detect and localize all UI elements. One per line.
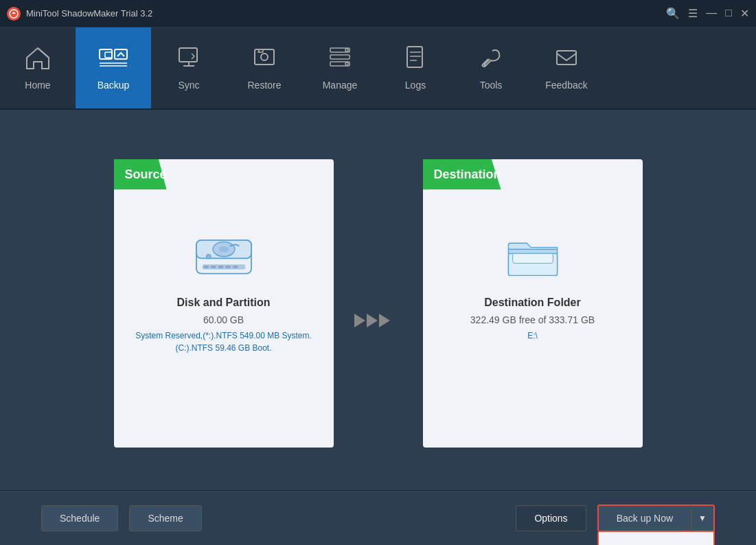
svg-rect-3 bbox=[115, 49, 127, 59]
nav-item-home[interactable]: Home bbox=[0, 27, 76, 108]
schedule-button[interactable]: Schedule bbox=[41, 505, 118, 531]
minimize-icon[interactable]: — bbox=[706, 7, 717, 20]
destination-card-header: Destination bbox=[423, 159, 501, 189]
home-icon bbox=[24, 45, 51, 74]
backup-dropdown-button[interactable]: ▼ bbox=[691, 505, 715, 532]
source-card-description: System Reserved,(*:).NTFS 549.00 MB Syst… bbox=[128, 329, 320, 354]
nav-item-logs[interactable]: Logs bbox=[378, 27, 453, 108]
source-card-header: Source bbox=[114, 159, 167, 189]
destination-free-space: 322.49 GB free of 333.71 GB bbox=[470, 314, 595, 325]
destination-header-text: Destination bbox=[434, 167, 501, 182]
svg-rect-22 bbox=[211, 266, 216, 268]
bottom-toolbar: Schedule Scheme Options Back up Now ▼ Ba… bbox=[0, 490, 756, 545]
svg-rect-9 bbox=[330, 55, 350, 59]
backup-later-dropdown: Back up Later bbox=[597, 532, 715, 546]
app-icon bbox=[7, 7, 21, 21]
svg-rect-13 bbox=[407, 47, 422, 67]
destination-card-title: Destination Folder bbox=[484, 297, 580, 309]
folder-icon-area bbox=[499, 228, 567, 283]
restore-icon bbox=[252, 45, 277, 74]
svg-rect-7 bbox=[259, 49, 263, 52]
nav-label-manage: Manage bbox=[323, 80, 358, 91]
svg-point-12 bbox=[345, 62, 348, 65]
svg-rect-20 bbox=[202, 264, 244, 269]
svg-rect-21 bbox=[203, 266, 208, 268]
source-card-size: 60.00 GB bbox=[203, 314, 244, 325]
scheme-button[interactable]: Scheme bbox=[129, 505, 201, 531]
options-button[interactable]: Options bbox=[516, 505, 586, 531]
tools-icon bbox=[479, 45, 503, 74]
cards-row: Source bbox=[41, 137, 715, 469]
backup-icon bbox=[98, 45, 128, 74]
nav-label-home: Home bbox=[25, 80, 50, 91]
nav-item-tools[interactable]: Tools bbox=[453, 27, 529, 108]
source-card-title: Disk and Partition bbox=[176, 297, 270, 309]
nav-label-logs: Logs bbox=[405, 80, 426, 91]
nav-item-backup[interactable]: Backup bbox=[76, 27, 151, 108]
backup-later-item[interactable]: Back up Later bbox=[599, 539, 713, 546]
svg-point-6 bbox=[261, 54, 268, 60]
nav-item-sync[interactable]: Sync bbox=[151, 27, 227, 108]
source-card[interactable]: Source bbox=[114, 159, 334, 448]
nav-item-feedback[interactable]: Feedback bbox=[529, 27, 604, 108]
svg-rect-4 bbox=[179, 48, 197, 62]
svg-rect-15 bbox=[557, 51, 576, 65]
backup-now-button[interactable]: Back up Now bbox=[597, 505, 691, 532]
title-bar: MiniTool ShadowMaker Trial 3.2 🔍 ☰ — □ ✕ bbox=[0, 0, 756, 27]
manage-icon bbox=[328, 45, 352, 74]
nav-item-restore[interactable]: Restore bbox=[227, 27, 302, 108]
nav-label-sync: Sync bbox=[178, 80, 199, 91]
nav-bar: Home Backup Sync bbox=[0, 27, 756, 110]
nav-label-restore: Restore bbox=[247, 80, 281, 91]
svg-point-19 bbox=[218, 246, 228, 253]
feedback-icon bbox=[554, 45, 579, 74]
window-controls: 🔍 ☰ — □ ✕ bbox=[666, 7, 749, 20]
svg-rect-23 bbox=[218, 266, 223, 268]
menu-icon[interactable]: ☰ bbox=[688, 7, 698, 20]
nav-label-backup: Backup bbox=[98, 80, 130, 91]
svg-point-14 bbox=[484, 64, 486, 66]
svg-rect-25 bbox=[233, 266, 238, 268]
maximize-icon[interactable]: □ bbox=[725, 7, 732, 20]
app-title: MiniTool ShadowMaker Trial 3.2 bbox=[26, 8, 666, 19]
svg-point-11 bbox=[345, 49, 348, 51]
destination-path: E:\ bbox=[527, 329, 538, 342]
source-header-text: Source bbox=[125, 167, 167, 182]
logs-icon bbox=[403, 45, 428, 74]
nav-item-manage[interactable]: Manage bbox=[302, 27, 378, 108]
svg-point-26 bbox=[206, 254, 211, 259]
nav-label-tools: Tools bbox=[480, 80, 503, 91]
destination-card[interactable]: Destination Destination Folder 322.49 GB… bbox=[423, 159, 643, 448]
svg-rect-24 bbox=[225, 266, 230, 268]
arrow-area bbox=[334, 307, 423, 334]
main-content: Source bbox=[0, 110, 756, 490]
disk-icon-area bbox=[190, 228, 258, 283]
nav-label-feedback: Feedback bbox=[545, 80, 587, 91]
sync-icon bbox=[176, 45, 201, 74]
search-icon[interactable]: 🔍 bbox=[666, 7, 680, 20]
close-icon[interactable]: ✕ bbox=[740, 7, 749, 20]
backup-button-group: Back up Now ▼ Back up Later bbox=[597, 505, 715, 532]
svg-rect-2 bbox=[105, 52, 112, 58]
